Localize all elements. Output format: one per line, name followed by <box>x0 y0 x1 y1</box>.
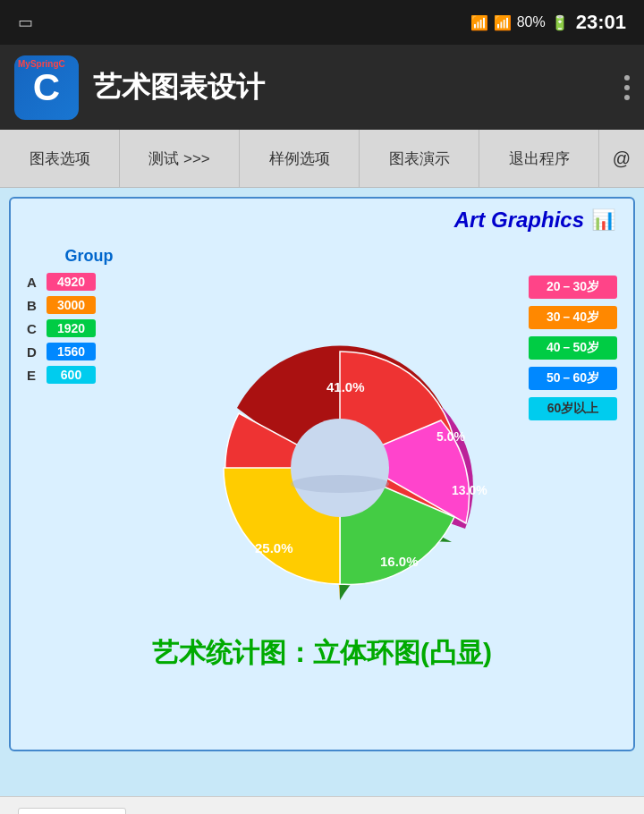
legend-left: Group A 4920 B 3000 C 1920 D 1560 <box>20 240 158 624</box>
nav-exit[interactable]: 退出程序 <box>479 130 599 187</box>
age-badge-30-40: 30－40岁 <box>529 306 617 329</box>
legend-item-b: B 3000 <box>27 296 151 314</box>
menu-button[interactable] <box>624 75 630 100</box>
status-time: 23:01 <box>576 11 626 34</box>
battery-percent: 80% <box>517 14 546 30</box>
nav-test[interactable]: 测试 >>> <box>120 130 240 187</box>
main-content: Art Graphics 📊 Group A 4920 B 3000 C 192… <box>0 188 644 796</box>
nav-chart-options[interactable]: 图表选项 <box>0 130 120 187</box>
legend-value-e: 600 <box>47 366 96 384</box>
signal-icon: 📶 <box>494 14 512 31</box>
wifi-icon: 📶 <box>470 14 488 31</box>
svg-point-0 <box>291 419 389 517</box>
chart-card: Art Graphics 📊 Group A 4920 B 3000 C 192… <box>9 197 635 751</box>
legend-value-d: 1560 <box>47 343 96 360</box>
pie-label-5: 5.0% <box>436 429 465 444</box>
age-badge-40-50: 40－50岁 <box>529 336 617 360</box>
legend-value-a: 4920 <box>47 273 96 291</box>
nav-sample-options[interactable]: 样例选项 <box>240 130 360 187</box>
chart-subtitle-text: 艺术统计图：立体环图(凸显) <box>152 638 492 667</box>
chart-title-bar: Art Graphics 📊 <box>20 208 624 233</box>
nav-at[interactable]: @ <box>599 130 644 187</box>
legend-value-b: 3000 <box>47 296 96 314</box>
pie-label-16: 16.0% <box>380 554 419 569</box>
age-badge-60-plus: 60岁以上 <box>529 397 617 420</box>
legend-item-e: E 600 <box>27 366 151 384</box>
logo-top-text: MySpringC <box>18 59 65 69</box>
battery-icon: 🔋 <box>551 14 569 31</box>
pie-chart-svg: 41.0% 5.0% 13.0% 16.0% 25.0% <box>188 253 492 611</box>
pie-label-41: 41.0% <box>326 379 365 394</box>
pie-label-13: 13.0% <box>452 483 487 497</box>
svg-point-1 <box>291 475 389 493</box>
chart-area: Group A 4920 B 3000 C 1920 D 1560 <box>20 240 624 624</box>
nav-chart-demo[interactable]: 图表演示 <box>360 130 479 187</box>
status-icons: 📶 📶 80% 🔋 <box>470 14 569 31</box>
pie-container: 41.0% 5.0% 13.0% 16.0% 25.0% <box>158 240 521 624</box>
chart-title: Art Graphics <box>454 208 584 233</box>
legend-item-d: D 1560 <box>27 343 151 360</box>
status-bar: ▭ 📶 📶 80% 🔋 23:01 <box>0 0 644 45</box>
legend-item-c: C 1920 <box>27 319 151 337</box>
app-logo: MySpringC C <box>14 55 79 120</box>
legend-right: 20－30岁 30－40岁 40－50岁 50－60岁 60岁以上 <box>521 240 624 624</box>
app-title: 艺术图表设计 <box>93 68 624 107</box>
age-badge-20-30: 20－30岁 <box>529 276 617 299</box>
chart-bar-icon: 📊 <box>591 208 615 232</box>
legend-group-title: Group <box>27 247 151 266</box>
chart-subtitle: 艺术统计图：立体环图(凸显) <box>20 635 624 672</box>
footer-legend-style: 图例样式 = 1 <box>18 808 126 814</box>
app-bar: MySpringC C 艺术图表设计 <box>0 45 644 130</box>
footer: 图例样式 = 1 CSDN @老花眼猫 <box>0 796 644 814</box>
age-badge-50-60: 50－60岁 <box>529 367 617 390</box>
legend-item-a: A 4920 <box>27 273 151 291</box>
notification-icon: ▭ <box>18 13 33 32</box>
pie-label-25: 25.0% <box>255 540 293 555</box>
nav-bar: 图表选项 测试 >>> 样例选项 图表演示 退出程序 @ <box>0 130 644 188</box>
logo-letter: C <box>33 69 60 106</box>
legend-value-c: 1920 <box>47 319 96 337</box>
